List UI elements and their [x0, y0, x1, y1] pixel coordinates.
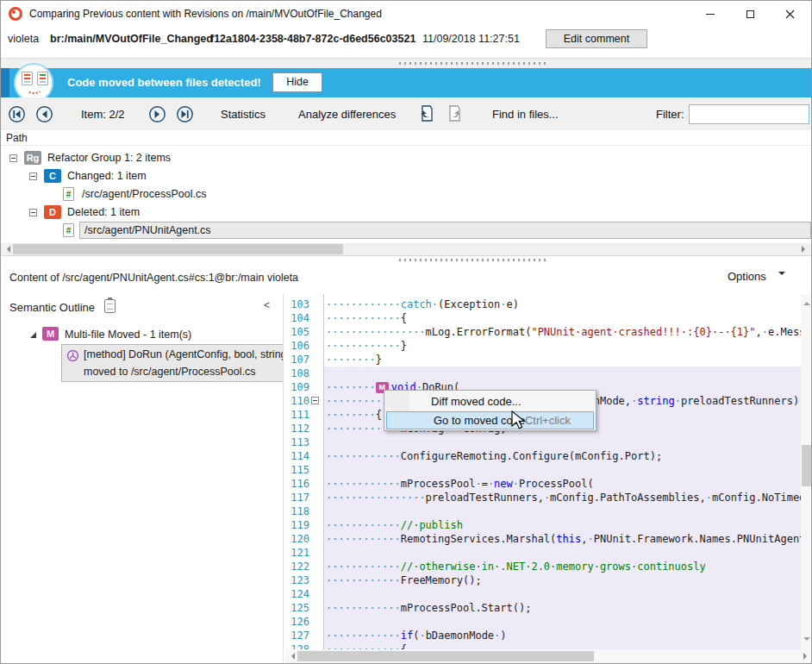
menu-item-go-to-moved-code[interactable]: Go to moved codeCtrl+click: [386, 411, 594, 429]
code-line[interactable]: ············if(·bDaemonMode·): [324, 629, 801, 642]
next-item-button[interactable]: [148, 105, 166, 123]
editor-vertical-scrollbar[interactable]: [801, 294, 812, 649]
code-line[interactable]: ············ConfigureRemoting.Configure(…: [324, 449, 801, 463]
filter-input[interactable]: [689, 104, 809, 124]
code-token: ConfigureRemoting.Configure(mConfig.Port…: [401, 450, 662, 462]
tree-row[interactable]: #/src/agent/ProcessPool.cs: [1, 185, 811, 204]
maximize-icon: [746, 10, 754, 18]
analyze-differences-button[interactable]: Analyze differences: [298, 108, 396, 121]
selected-row-highlight[interactable]: /src/agent/PNUnitAgent.cs: [79, 222, 811, 239]
scrollbar-thumb[interactable]: [802, 445, 812, 486]
edit-comment-button[interactable]: Edit comment: [546, 29, 647, 48]
close-button[interactable]: [770, 1, 809, 27]
scrollbar-thumb[interactable]: [13, 244, 343, 254]
outline-group-label[interactable]: Multi-file Moved - 1 item(s): [65, 329, 191, 341]
code-line[interactable]: [324, 504, 801, 518]
changeset-guid: f12a1804-2358-48b7-872c-d6ed56c03521: [210, 33, 415, 45]
copy-outline-icon[interactable]: [104, 299, 116, 313]
outline-selected-item[interactable]: [method] DoRun (AgentConfig, bool, strin…: [61, 344, 284, 382]
code-line[interactable]: ············{: [324, 311, 801, 325]
banner-message: Code moved between files detected!: [67, 76, 261, 89]
code-token: mProcessPool.Start();: [401, 602, 532, 614]
moved-arrow-icon: [26, 85, 42, 94]
window-title: Comparing Previous content with Revision…: [29, 8, 382, 20]
method-icon: [66, 349, 79, 362]
code-token: FreeMemory();: [401, 574, 482, 586]
editor-horizontal-scrollbar[interactable]: [285, 649, 812, 663]
scroll-right-icon[interactable]: [802, 246, 809, 253]
code-line[interactable]: [324, 366, 801, 380]
scroll-left-icon[interactable]: [288, 653, 295, 660]
code-token: ············: [326, 478, 401, 490]
splitter-grip-icon[interactable]: [399, 259, 547, 261]
menu-item-diff-moved-code[interactable]: Diff moved code...: [384, 392, 596, 411]
menu-item-shortcut: Ctrl+click: [525, 412, 571, 429]
maximize-button[interactable]: [730, 1, 770, 27]
tree-horizontal-scrollbar[interactable]: [1, 243, 811, 255]
code-line[interactable]: ············catch·(Exception·e): [324, 298, 801, 311]
code-line[interactable]: ············mProcessPool·=·new·ProcessPo…: [324, 477, 801, 491]
path-column-header[interactable]: Path: [1, 130, 811, 146]
line-number: 115: [285, 463, 311, 477]
code-editor[interactable]: 1031041051061071081091101111121131141151…: [285, 294, 801, 649]
tree-row[interactable]: #/src/agent/PNUnitAgent.cs: [1, 222, 811, 240]
code-token: ·: [513, 478, 519, 490]
code-line[interactable]: ············}: [324, 339, 801, 353]
code-line[interactable]: [324, 615, 801, 629]
scroll-left-icon[interactable]: [3, 246, 10, 253]
code-line[interactable]: ················mLog.ErrorFormat("PNUnit…: [324, 325, 801, 339]
code-token: ,: [756, 326, 762, 338]
code-token: mConfig.NoTimeout: [712, 492, 801, 504]
last-item-button[interactable]: [176, 105, 194, 123]
hide-banner-button[interactable]: Hide: [272, 72, 322, 92]
code-token: mProcessPool: [401, 478, 476, 490]
code-line[interactable]: ············//·otherwise·in·.NET·2.0·mem…: [324, 560, 801, 573]
scroll-right-icon[interactable]: [803, 653, 810, 660]
tree-row[interactable]: CChanged: 1 item: [1, 167, 811, 185]
previous-difference-icon[interactable]: [419, 105, 434, 122]
code-token: catch: [401, 298, 432, 310]
header-splitter[interactable]: [1, 58, 811, 68]
changeset-timestamp: 11/09/2018 11:27:51: [422, 33, 520, 45]
fold-collapse-icon[interactable]: [311, 397, 319, 404]
tree-row[interactable]: RgRefactor Group 1: 2 items: [1, 149, 811, 167]
next-difference-icon[interactable]: [447, 105, 462, 122]
code-line[interactable]: [324, 435, 801, 449]
branch-label: br:/main/MVOutOfFile_Changed: [50, 33, 213, 45]
code-token: mLog.ErrorFormat(: [426, 326, 532, 338]
code-line[interactable]: ············{: [324, 642, 801, 649]
code-token: ·: [762, 326, 768, 338]
first-item-button[interactable]: [8, 105, 26, 123]
code-line[interactable]: ············//·publish: [324, 518, 801, 532]
minimize-button[interactable]: [690, 1, 730, 27]
statistics-button[interactable]: Statistics: [221, 108, 265, 121]
code-line[interactable]: ············mProcessPool.Start();: [324, 601, 801, 615]
code-line[interactable]: ················preloadTestRunners,·mCon…: [324, 491, 801, 504]
code-line[interactable]: ············FreeMemory();: [324, 573, 801, 587]
tree-row[interactable]: DDeleted: 1 item: [1, 204, 811, 222]
previous-item-button[interactable]: [35, 105, 53, 123]
code-token: mConfig.PathToAssemblies,: [550, 492, 706, 504]
find-in-files-button[interactable]: Find in files...: [492, 108, 559, 121]
scroll-up-icon[interactable]: [803, 298, 810, 305]
scrollbar-thumb[interactable]: [297, 651, 594, 661]
collapse-panel-button[interactable]: <: [264, 299, 270, 311]
code-line[interactable]: ········}: [324, 353, 801, 366]
code-line[interactable]: [324, 587, 801, 601]
line-number: 126: [285, 615, 311, 629]
collapse-expander-icon[interactable]: [9, 154, 17, 162]
code-token: (Exception: [438, 298, 500, 310]
line-number: 118: [285, 504, 311, 518]
code-line[interactable]: ············RemotingServices.Marshal(thi…: [324, 532, 801, 546]
line-number: 112: [285, 422, 311, 435]
code-line[interactable]: [324, 546, 801, 560]
collapse-expander-icon[interactable]: [29, 172, 37, 180]
content-path-label: Content of /src/agent/PNUnitAgent.cs#cs:…: [9, 272, 298, 284]
code-line[interactable]: [324, 463, 801, 477]
collapse-expander-icon[interactable]: [29, 209, 37, 216]
options-dropdown[interactable]: Options: [728, 270, 785, 283]
expanded-arrow-icon[interactable]: [30, 332, 36, 338]
status-badge: C: [44, 169, 61, 183]
path-column-label: Path: [6, 132, 28, 144]
scroll-down-icon[interactable]: [803, 637, 810, 644]
